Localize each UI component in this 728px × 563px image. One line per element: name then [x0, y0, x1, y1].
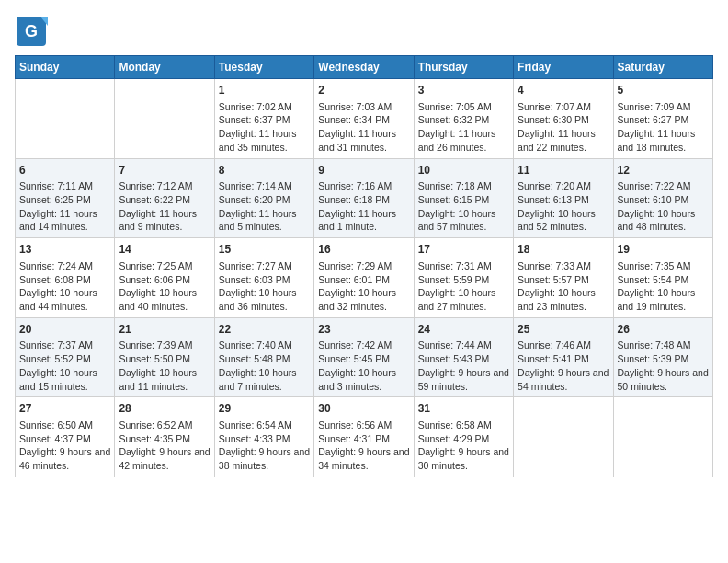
calendar-week-row: 13Sunrise: 7:24 AM Sunset: 6:08 PM Dayli… — [16, 238, 713, 318]
day-info: Sunrise: 7:48 AM Sunset: 5:39 PM Dayligh… — [618, 339, 709, 393]
calendar-header-row: SundayMondayTuesdayWednesdayThursdayFrid… — [16, 56, 713, 79]
day-number: 12 — [618, 163, 709, 178]
day-of-week-header: Monday — [115, 56, 214, 79]
calendar-cell — [514, 397, 613, 477]
day-number: 5 — [618, 83, 709, 98]
day-number: 7 — [119, 163, 210, 178]
calendar-cell — [613, 397, 712, 477]
calendar-week-row: 27Sunrise: 6:50 AM Sunset: 4:37 PM Dayli… — [16, 397, 713, 477]
day-info: Sunrise: 7:22 AM Sunset: 6:10 PM Dayligh… — [618, 179, 709, 234]
day-info: Sunrise: 7:12 AM Sunset: 6:22 PM Dayligh… — [119, 179, 210, 234]
day-info: Sunrise: 7:11 AM Sunset: 6:25 PM Dayligh… — [19, 179, 110, 234]
day-number: 1 — [219, 83, 310, 98]
day-info: Sunrise: 7:29 AM Sunset: 6:01 PM Dayligh… — [318, 259, 409, 314]
calendar-table: SundayMondayTuesdayWednesdayThursdayFrid… — [15, 55, 713, 477]
day-of-week-header: Thursday — [414, 56, 513, 79]
day-info: Sunrise: 7:14 AM Sunset: 6:20 PM Dayligh… — [219, 179, 310, 234]
day-info: Sunrise: 7:35 AM Sunset: 5:54 PM Dayligh… — [618, 259, 709, 314]
day-number: 18 — [518, 242, 609, 258]
calendar-cell: 8Sunrise: 7:14 AM Sunset: 6:20 PM Daylig… — [214, 158, 313, 238]
day-info: Sunrise: 7:02 AM Sunset: 6:37 PM Dayligh… — [219, 100, 310, 155]
day-info: Sunrise: 7:18 AM Sunset: 6:15 PM Dayligh… — [418, 179, 509, 234]
calendar-cell: 27Sunrise: 6:50 AM Sunset: 4:37 PM Dayli… — [16, 397, 115, 477]
calendar-cell: 24Sunrise: 7:44 AM Sunset: 5:43 PM Dayli… — [414, 317, 513, 397]
day-number: 2 — [318, 83, 409, 98]
day-number: 3 — [418, 83, 509, 98]
calendar-cell: 7Sunrise: 7:12 AM Sunset: 6:22 PM Daylig… — [115, 158, 214, 238]
day-of-week-header: Saturday — [613, 56, 712, 79]
day-of-week-header: Friday — [514, 56, 613, 79]
day-info: Sunrise: 7:39 AM Sunset: 5:50 PM Dayligh… — [119, 339, 210, 393]
day-number: 8 — [219, 163, 310, 178]
calendar-cell: 16Sunrise: 7:29 AM Sunset: 6:01 PM Dayli… — [314, 238, 414, 318]
day-of-week-header: Wednesday — [314, 56, 414, 79]
calendar-cell: 1Sunrise: 7:02 AM Sunset: 6:37 PM Daylig… — [214, 79, 313, 159]
calendar-cell: 13Sunrise: 7:24 AM Sunset: 6:08 PM Dayli… — [16, 238, 115, 318]
day-number: 15 — [219, 242, 310, 258]
day-number: 29 — [219, 401, 310, 417]
calendar-cell: 11Sunrise: 7:20 AM Sunset: 6:13 PM Dayli… — [514, 158, 613, 238]
calendar-cell: 19Sunrise: 7:35 AM Sunset: 5:54 PM Dayli… — [613, 238, 712, 318]
day-number: 26 — [618, 322, 709, 338]
day-info: Sunrise: 7:16 AM Sunset: 6:18 PM Dayligh… — [318, 179, 409, 234]
day-number: 10 — [418, 163, 509, 178]
calendar-cell: 10Sunrise: 7:18 AM Sunset: 6:15 PM Dayli… — [414, 158, 513, 238]
calendar-cell: 9Sunrise: 7:16 AM Sunset: 6:18 PM Daylig… — [314, 158, 414, 238]
day-number: 4 — [518, 83, 609, 98]
day-number: 28 — [119, 401, 210, 417]
calendar-cell: 22Sunrise: 7:40 AM Sunset: 5:48 PM Dayli… — [214, 317, 313, 397]
calendar-cell: 29Sunrise: 6:54 AM Sunset: 4:33 PM Dayli… — [214, 397, 313, 477]
calendar-cell: 14Sunrise: 7:25 AM Sunset: 6:06 PM Dayli… — [115, 238, 214, 318]
day-number: 23 — [318, 322, 409, 338]
day-info: Sunrise: 7:03 AM Sunset: 6:34 PM Dayligh… — [318, 100, 409, 155]
day-of-week-header: Tuesday — [214, 56, 313, 79]
day-number: 14 — [119, 242, 210, 258]
day-number: 16 — [318, 242, 409, 258]
calendar-cell: 3Sunrise: 7:05 AM Sunset: 6:32 PM Daylig… — [414, 79, 513, 159]
svg-text:G: G — [25, 22, 38, 40]
day-number: 13 — [19, 242, 110, 258]
calendar-cell — [16, 79, 115, 159]
calendar-cell: 6Sunrise: 7:11 AM Sunset: 6:25 PM Daylig… — [16, 158, 115, 238]
calendar-cell: 31Sunrise: 6:58 AM Sunset: 4:29 PM Dayli… — [414, 397, 513, 477]
day-number: 17 — [418, 242, 509, 258]
day-info: Sunrise: 6:50 AM Sunset: 4:37 PM Dayligh… — [19, 419, 110, 473]
day-info: Sunrise: 7:37 AM Sunset: 5:52 PM Dayligh… — [19, 339, 110, 393]
day-number: 11 — [518, 163, 609, 178]
day-info: Sunrise: 7:27 AM Sunset: 6:03 PM Dayligh… — [219, 259, 310, 314]
calendar-cell: 23Sunrise: 7:42 AM Sunset: 5:45 PM Dayli… — [314, 317, 414, 397]
day-of-week-header: Sunday — [16, 56, 115, 79]
calendar-cell: 30Sunrise: 6:56 AM Sunset: 4:31 PM Dayli… — [314, 397, 414, 477]
day-number: 9 — [318, 163, 409, 178]
day-info: Sunrise: 7:20 AM Sunset: 6:13 PM Dayligh… — [518, 179, 609, 234]
calendar-cell: 18Sunrise: 7:33 AM Sunset: 5:57 PM Dayli… — [514, 238, 613, 318]
calendar-cell: 2Sunrise: 7:03 AM Sunset: 6:34 PM Daylig… — [314, 79, 414, 159]
calendar-cell: 15Sunrise: 7:27 AM Sunset: 6:03 PM Dayli… — [214, 238, 313, 318]
logo-icon: G — [15, 15, 48, 48]
calendar-cell — [115, 79, 214, 159]
calendar-cell: 20Sunrise: 7:37 AM Sunset: 5:52 PM Dayli… — [16, 317, 115, 397]
calendar-cell: 25Sunrise: 7:46 AM Sunset: 5:41 PM Dayli… — [514, 317, 613, 397]
day-info: Sunrise: 7:25 AM Sunset: 6:06 PM Dayligh… — [119, 259, 210, 314]
day-info: Sunrise: 7:40 AM Sunset: 5:48 PM Dayligh… — [219, 339, 310, 393]
day-info: Sunrise: 7:42 AM Sunset: 5:45 PM Dayligh… — [318, 339, 409, 393]
logo: G — [15, 15, 51, 48]
day-number: 31 — [418, 401, 509, 417]
calendar-week-row: 6Sunrise: 7:11 AM Sunset: 6:25 PM Daylig… — [16, 158, 713, 238]
day-info: Sunrise: 6:52 AM Sunset: 4:35 PM Dayligh… — [119, 419, 210, 473]
day-number: 30 — [318, 401, 409, 417]
day-info: Sunrise: 6:54 AM Sunset: 4:33 PM Dayligh… — [219, 419, 310, 473]
calendar-cell: 5Sunrise: 7:09 AM Sunset: 6:27 PM Daylig… — [613, 79, 712, 159]
day-number: 22 — [219, 322, 310, 338]
day-info: Sunrise: 7:33 AM Sunset: 5:57 PM Dayligh… — [518, 259, 609, 314]
day-number: 27 — [19, 401, 110, 417]
day-info: Sunrise: 6:56 AM Sunset: 4:31 PM Dayligh… — [318, 419, 409, 473]
day-info: Sunrise: 7:46 AM Sunset: 5:41 PM Dayligh… — [518, 339, 609, 393]
day-info: Sunrise: 7:07 AM Sunset: 6:30 PM Dayligh… — [518, 100, 609, 155]
day-number: 19 — [618, 242, 709, 258]
calendar-cell: 4Sunrise: 7:07 AM Sunset: 6:30 PM Daylig… — [514, 79, 613, 159]
calendar-cell: 28Sunrise: 6:52 AM Sunset: 4:35 PM Dayli… — [115, 397, 214, 477]
calendar-cell: 26Sunrise: 7:48 AM Sunset: 5:39 PM Dayli… — [613, 317, 712, 397]
calendar-cell: 12Sunrise: 7:22 AM Sunset: 6:10 PM Dayli… — [613, 158, 712, 238]
calendar-week-row: 20Sunrise: 7:37 AM Sunset: 5:52 PM Dayli… — [16, 317, 713, 397]
